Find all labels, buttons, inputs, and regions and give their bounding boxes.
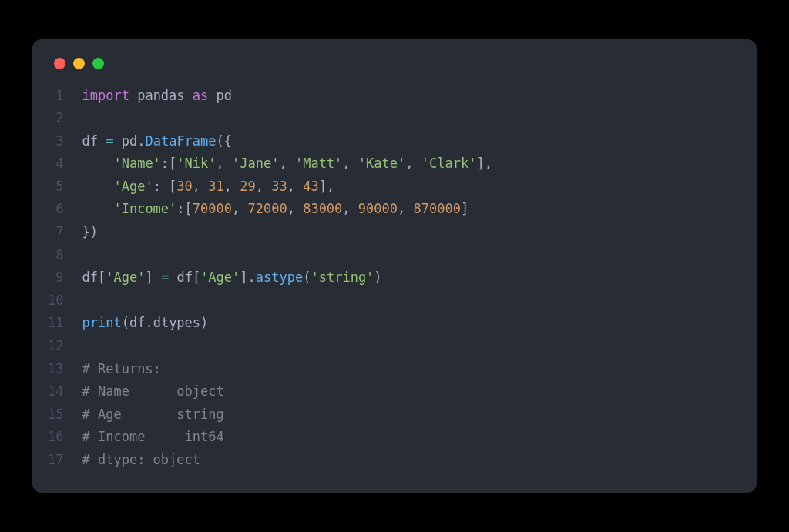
str-age: 'Age' [200, 269, 240, 285]
code-content: import pandas as pd df = pd.DataFrame({ … [82, 85, 492, 472]
str-clark: 'Clark' [421, 156, 477, 171]
num: 90000 [358, 201, 398, 216]
str-matt: 'Matt' [295, 156, 342, 171]
num: 72000 [247, 201, 287, 216]
str-string: 'string' [311, 269, 374, 285]
fn-print: print [82, 315, 121, 330]
num: 83000 [303, 201, 342, 216]
op-assign: = [106, 133, 113, 149]
keyword-import: import [82, 88, 129, 103]
code-editor: 1 2 3 4 5 6 7 8 9 10 11 12 13 14 15 16 1… [32, 85, 757, 472]
fn-dataframe: DataFrame [145, 133, 216, 149]
ident-df: df [82, 269, 97, 285]
str-jane: 'Jane' [232, 156, 279, 171]
fn-astype: astype [256, 269, 303, 285]
num: 30 [176, 179, 192, 194]
code-window: 1 2 3 4 5 6 7 8 9 10 11 12 13 14 15 16 1… [32, 39, 757, 494]
ident-pd: pd [122, 133, 137, 149]
zoom-icon[interactable] [92, 58, 104, 69]
key-age: 'Age' [113, 179, 153, 194]
num: 70000 [193, 201, 232, 216]
num: 870000 [414, 201, 461, 216]
keyword-as: as [193, 88, 208, 103]
comment: # Returns: [82, 361, 160, 376]
num: 33 [271, 179, 287, 194]
comment: # dtype: object [82, 452, 200, 467]
str-age: 'Age' [106, 269, 145, 285]
line-number-gutter: 1 2 3 4 5 6 7 8 9 10 11 12 13 14 15 16 1… [48, 85, 82, 472]
str-nik: 'Nik' [176, 156, 216, 171]
ident-df: df [82, 133, 97, 149]
window-titlebar [32, 58, 757, 85]
comment: # Age string [82, 407, 223, 422]
str-kate: 'Kate' [358, 156, 405, 171]
brace-close: }) [82, 224, 97, 239]
num: 43 [303, 179, 318, 194]
dot: . [137, 133, 145, 149]
ident-df: df [129, 315, 145, 330]
comment: # Name object [82, 383, 223, 399]
attr-dtypes: dtypes [153, 315, 200, 330]
key-name: 'Name' [113, 156, 160, 171]
minimize-icon[interactable] [73, 58, 85, 69]
ident-df: df [176, 269, 192, 285]
close-icon[interactable] [54, 58, 65, 69]
num: 29 [240, 179, 255, 194]
alias-pd: pd [217, 88, 232, 103]
num: 31 [208, 179, 223, 194]
module-pandas: pandas [137, 88, 184, 103]
op-assign: = [161, 269, 169, 285]
key-income: 'Income' [113, 201, 176, 216]
comment: # Income int64 [82, 429, 223, 444]
brace-open: ({ [217, 133, 232, 149]
